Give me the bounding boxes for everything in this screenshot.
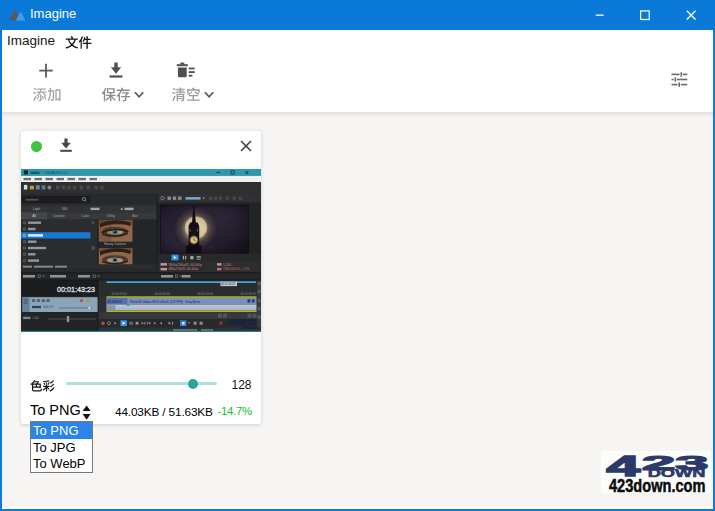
svg-text:360: 360: [62, 207, 68, 211]
svg-text:288x162x32, 1.074: 288x162x32, 1.074: [223, 267, 250, 271]
svg-text:World 4K Videos HDR uRamD (120: World 4K Videos HDR uRamD (120 FPS) Easy…: [130, 299, 201, 303]
svg-text:00:00:20:00: 00:00:20:00: [112, 292, 128, 296]
svg-text:100.0 %: 100.0 %: [43, 305, 54, 309]
svg-text:Utility: Utility: [107, 214, 115, 218]
svg-text:00:01:10:00: 00:01:10:00: [198, 292, 214, 296]
svg-text:Light: Light: [33, 207, 40, 211]
svg-text:Color: Color: [82, 214, 91, 218]
svg-text:Heavy Contrast: Heavy Contrast: [104, 242, 125, 246]
svg-text:423down.com: 423down.com: [609, 476, 706, 495]
svg-text:4K VIDEOS: 4K VIDEOS: [108, 299, 122, 303]
svg-text:00:01:35:00: 00:01:35:00: [241, 292, 257, 296]
svg-text:00:00:45:00: 00:00:45:00: [155, 292, 171, 296]
svg-text:All: All: [32, 214, 36, 218]
svg-text:1.00: 1.00: [33, 316, 39, 320]
svg-text:Creative: Creative: [53, 214, 65, 218]
svg-text:423down.com: 423down.com: [243, 326, 260, 330]
svg-text:5,143...: 5,143...: [223, 262, 233, 266]
svg-text:00:01:43:23: 00:01:43:23: [57, 285, 95, 294]
svg-text:* - VEGAS Pro 16.2: * - VEGAS Pro 16.2: [42, 170, 69, 174]
svg-text:00:01:43:23: 00:01:43:23: [221, 282, 235, 286]
svg-text:3840x2160x32, 60.000p: 3840x2160x32, 60.000p: [169, 262, 202, 266]
svg-text:Blur: Blur: [132, 214, 139, 218]
svg-text:480x270x32, 60.000p: 480x270x32, 60.000p: [169, 267, 199, 271]
